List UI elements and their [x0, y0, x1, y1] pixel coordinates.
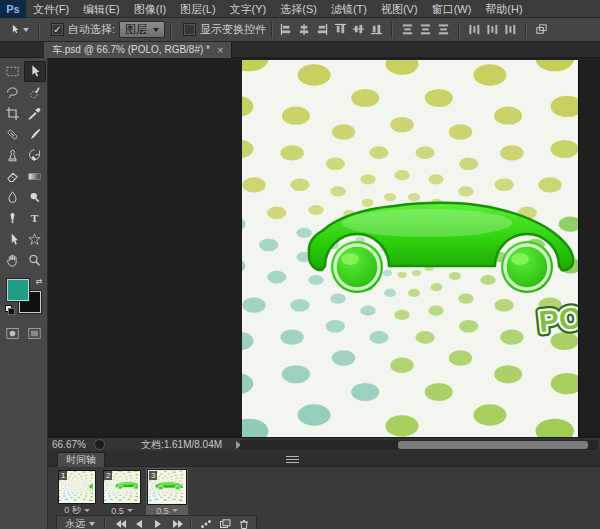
auto-select-checkbox[interactable]: ✓: [51, 23, 64, 36]
timeline-controls: 永远: [56, 515, 257, 529]
screen-mode-button[interactable]: [24, 323, 46, 344]
animation-frame-3[interactable]: 30.5: [146, 468, 188, 517]
distribute-left-edges-button[interactable]: [466, 21, 483, 38]
blur-tool[interactable]: [2, 187, 24, 208]
play-icon: [152, 519, 164, 529]
menu-item-2[interactable]: 编辑(E): [76, 0, 127, 18]
frame-duration-value: 0.5: [111, 506, 124, 516]
default-colors-icon[interactable]: [5, 305, 14, 314]
chevron-down-icon: [127, 509, 133, 512]
spot-healing-brush-tool[interactable]: [2, 124, 24, 145]
crop-tool[interactable]: [2, 103, 24, 124]
previous-frame-button[interactable]: [130, 517, 147, 529]
menu-item-4[interactable]: 图层(L): [173, 0, 222, 18]
eyedropper-tool[interactable]: [24, 103, 46, 124]
eraser-tool-icon: [4, 168, 21, 185]
menu-item-9[interactable]: 窗口(W): [425, 0, 479, 18]
lasso-tool[interactable]: [2, 82, 24, 103]
play-button[interactable]: [149, 517, 166, 529]
horizontal-scrollbar-thumb[interactable]: [398, 441, 588, 449]
eraser-tool[interactable]: [2, 166, 24, 187]
quick-mask-button[interactable]: [2, 323, 24, 344]
hand-tool[interactable]: [2, 250, 24, 271]
timeline-panel: 时间轴 10 秒20.530.5 永远: [48, 451, 600, 529]
auto-select-target-value: 图层: [125, 22, 147, 37]
menu-items: 文件(F)编辑(E)图像(I)图层(L)文字(Y)选择(S)滤镜(T)视图(V)…: [26, 0, 530, 18]
pen-tool[interactable]: [2, 208, 24, 229]
distribute-vertical-centers-icon: [419, 23, 432, 36]
align-vertical-centers-button[interactable]: [350, 21, 367, 38]
animation-frame-1[interactable]: 10 秒: [56, 468, 98, 517]
align-horizontal-centers-button[interactable]: [296, 21, 313, 38]
foreground-color-swatch[interactable]: [7, 279, 29, 301]
auto-select-target-dropdown[interactable]: 图层: [119, 21, 165, 38]
crop-tool-icon: [4, 105, 21, 122]
frame-number: 2: [104, 471, 112, 480]
loop-count-dropdown[interactable]: 永远: [61, 517, 99, 529]
dodge-tool-icon: [26, 189, 43, 206]
front-wheel: [331, 241, 383, 293]
distribute-top-edges-button[interactable]: [399, 21, 416, 38]
path-selection-tool[interactable]: [2, 229, 24, 250]
hand-tool-icon: [4, 252, 21, 269]
align-right-edges-button[interactable]: [314, 21, 331, 38]
menu-item-8[interactable]: 视图(V): [374, 0, 425, 18]
clone-stamp-tool-icon: [4, 147, 21, 164]
path-selection-tool-icon: [4, 231, 21, 248]
align-left-edges-button[interactable]: [278, 21, 295, 38]
distribute-bottom-edges-button[interactable]: [435, 21, 452, 38]
panel-menu-icon[interactable]: [286, 454, 299, 465]
swap-colors-icon[interactable]: ⇄: [36, 277, 43, 286]
align-top-edges-button[interactable]: [332, 21, 349, 38]
type-tool[interactable]: T: [24, 208, 46, 229]
previous-frame-icon: [133, 519, 145, 529]
tools-panel: T ⇄: [0, 58, 48, 529]
document-tab[interactable]: 车.psd @ 66.7% (POLO, RGB/8#) * ×: [44, 42, 232, 58]
gradient-tool[interactable]: [24, 166, 46, 187]
distribute-top-edges-icon: [401, 23, 414, 36]
document-tab-title: 车.psd @ 66.7% (POLO, RGB/8#) *: [52, 43, 210, 57]
clone-stamp-tool[interactable]: [2, 145, 24, 166]
frame-thumbnail: 3: [148, 470, 186, 504]
delete-frame-button[interactable]: [235, 517, 252, 529]
menu-item-1[interactable]: 文件(F): [26, 0, 76, 18]
distribute-right-edges-button[interactable]: [502, 21, 519, 38]
duplicate-frame-button[interactable]: [216, 517, 233, 529]
auto-align-layers-button[interactable]: [533, 21, 550, 38]
show-transform-checkbox[interactable]: [183, 23, 196, 36]
po-logo-text: PO: [537, 301, 578, 338]
menu-item-5[interactable]: 文字(Y): [223, 0, 274, 18]
align-bottom-edges-button[interactable]: [368, 21, 385, 38]
custom-shape-tool[interactable]: [24, 229, 46, 250]
duplicate-frame-icon: [219, 519, 231, 529]
brush-tool[interactable]: [24, 124, 46, 145]
tool-preset-picker[interactable]: [0, 23, 33, 36]
tools-bottom-buttons: [0, 323, 47, 344]
rectangular-marquee-tool[interactable]: [2, 61, 24, 82]
align-right-edges-icon: [316, 23, 329, 36]
menu-item-6[interactable]: 选择(S): [273, 0, 324, 18]
close-icon[interactable]: ×: [217, 45, 223, 55]
next-frame-button[interactable]: [168, 517, 185, 529]
menu-item-10[interactable]: 帮助(H): [478, 0, 529, 18]
distribute-vertical-centers-button[interactable]: [417, 21, 434, 38]
zoom-tool[interactable]: [24, 250, 46, 271]
timeline-tab[interactable]: 时间轴: [57, 452, 105, 467]
svg-text:T: T: [31, 212, 39, 224]
canvas-artboard[interactable]: PO PO PO: [242, 60, 578, 437]
move-tool[interactable]: [24, 61, 46, 82]
type-tool-icon: T: [26, 210, 43, 227]
distribute-horizontal-centers-button[interactable]: [484, 21, 501, 38]
zoom-level[interactable]: 66.67%: [52, 439, 86, 450]
tween-button[interactable]: [197, 517, 214, 529]
menu-item-7[interactable]: 滤镜(T): [324, 0, 374, 18]
auto-select-label: 自动选择:: [68, 22, 115, 37]
horizontal-scrollbar[interactable]: [240, 440, 598, 450]
frame-number: 3: [149, 471, 157, 480]
history-brush-tool[interactable]: [24, 145, 46, 166]
menu-item-3[interactable]: 图像(I): [127, 0, 173, 18]
animation-frame-2[interactable]: 20.5: [101, 468, 143, 517]
first-frame-button[interactable]: [111, 517, 128, 529]
dodge-tool[interactable]: [24, 187, 46, 208]
quick-selection-tool[interactable]: [24, 82, 46, 103]
